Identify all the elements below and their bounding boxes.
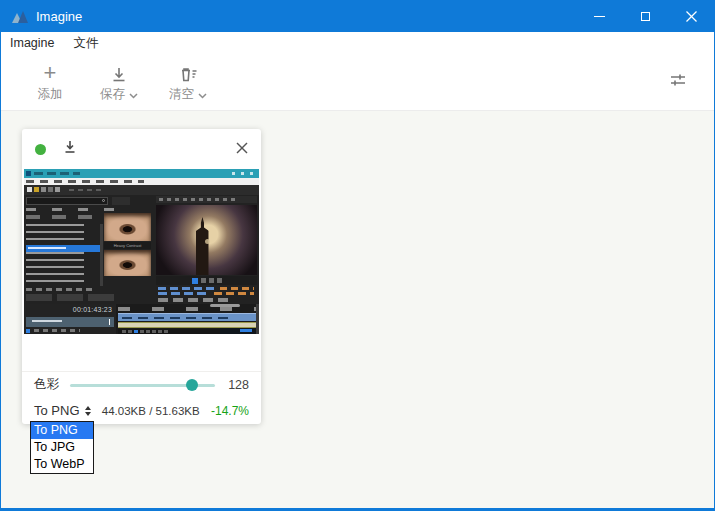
thumb-search-icon (102, 199, 105, 202)
thumb-pause-button (201, 278, 206, 283)
slider-value: 128 (223, 378, 249, 392)
download-icon (111, 61, 127, 83)
thumb-window-buttons (232, 172, 256, 175)
image-card: Heavy Contrast (22, 129, 261, 424)
slider-handle[interactable] (186, 379, 198, 391)
thumb-stop-button (209, 278, 214, 283)
file-sizes: 44.03KB / 51.63KB (91, 405, 211, 417)
thumb-toolbar-icons (69, 189, 103, 191)
add-button[interactable]: + 添加 (28, 61, 72, 103)
thumb-preset-caption: Heavy Contrast (104, 242, 151, 249)
minimize-button[interactable] (576, 1, 622, 32)
trash-icon (180, 61, 197, 83)
save-button[interactable]: 保存 (97, 61, 141, 103)
thumb-transport-button (158, 330, 162, 333)
thumb-menubar (24, 178, 259, 185)
thumb-toolbar-icon (34, 187, 39, 192)
card-footer: To PNG 44.03KB / 51.63KB -14.7% (22, 397, 261, 424)
thumb-selected-row (26, 245, 100, 252)
logo-triangle-dark (18, 11, 28, 23)
thumb-search-box (26, 197, 108, 205)
window-title: Imagine (36, 9, 82, 24)
format-option-webp[interactable]: To WebP (31, 456, 93, 473)
menu-imagine[interactable]: Imagine (10, 36, 54, 50)
clear-button[interactable]: 清空 (166, 61, 210, 103)
tune-icon (669, 71, 687, 89)
toolbar: + 添加 保存 清空 (1, 54, 714, 111)
thumb-toolbar-icon (55, 187, 60, 192)
thumb-rate-label (34, 329, 80, 332)
thumb-preview-toolbar (156, 196, 257, 203)
card-spacer (22, 334, 261, 371)
thumb-video-preview (156, 205, 257, 275)
thumb-track-header (26, 317, 114, 327)
color-slider[interactable] (70, 379, 215, 391)
format-option-jpg[interactable]: To JPG (31, 439, 93, 456)
thumb-toolbar-icon (48, 187, 53, 192)
window-controls (576, 1, 714, 32)
thumb-bottom-tabs (26, 294, 118, 301)
remove-image-button[interactable] (236, 140, 248, 158)
chevron-down-icon (198, 88, 207, 102)
thumb-clock-face (205, 239, 210, 244)
slider-label: 色彩 (34, 376, 62, 393)
thumb-timeline-scrollbar (256, 304, 259, 334)
thumb-track-fader (109, 319, 110, 325)
format-option-png[interactable]: To PNG (31, 422, 93, 439)
titlebar: Imagine (1, 1, 714, 32)
thumb-preview-tabs (158, 298, 230, 302)
thumb-timecode-panel: 00:01:43:23 (24, 304, 116, 334)
thumb-title-text (34, 172, 80, 175)
thumb-status-text-blue (158, 292, 210, 295)
minimize-icon (594, 16, 605, 17)
thumb-transport-button (122, 330, 126, 333)
format-dropdown: To PNG To JPG To WebP (30, 421, 94, 474)
download-icon (63, 140, 77, 154)
thumb-app-icon (26, 171, 31, 176)
thumb-toolbar-icon (41, 187, 46, 192)
app-window: Imagine Imagine 文件 + 添加 保存 (0, 0, 715, 511)
thumb-loop-button (217, 278, 222, 283)
thumb-content: Heavy Contrast (24, 195, 259, 304)
thumb-eye-preview-bottom (104, 250, 151, 276)
thumb-preview-toolbar-icons (159, 198, 239, 201)
thumb-menu-items (26, 180, 144, 183)
settings-button[interactable] (669, 71, 687, 93)
thumb-toolbar (24, 185, 259, 195)
save-image-button[interactable] (63, 140, 77, 158)
save-label: 保存 (100, 86, 125, 103)
thumb-status-text-blue (158, 287, 216, 290)
thumb-transport-button (164, 330, 168, 333)
format-selected: To PNG (34, 403, 80, 418)
thumb-timecode: 00:01:43:23 (73, 306, 112, 313)
close-button[interactable] (668, 1, 714, 32)
chevron-down-icon (129, 88, 138, 102)
close-icon (686, 11, 697, 22)
clear-label: 清空 (169, 86, 194, 103)
thumb-track-label (32, 320, 62, 322)
plus-icon: + (44, 61, 57, 83)
thumb-corner-pill (240, 329, 252, 332)
thumb-scrollbar (100, 224, 103, 286)
thumb-transport-button (140, 330, 144, 333)
menu-file[interactable]: 文件 (73, 35, 98, 52)
color-slider-row: 色彩 128 (22, 371, 261, 397)
thumb-video-clip (118, 313, 256, 321)
maximize-icon (641, 12, 650, 21)
main-area: Heavy Contrast (1, 111, 714, 508)
thumb-scroll-thumb (210, 304, 240, 307)
add-label: 添加 (38, 86, 63, 103)
maximize-button[interactable] (622, 1, 668, 32)
menubar: Imagine 文件 (1, 32, 714, 54)
savings-percent: -14.7% (211, 404, 249, 418)
format-select[interactable]: To PNG (34, 403, 91, 418)
thumb-transport-button (146, 330, 150, 333)
thumb-status-text-orange (214, 292, 254, 295)
thumb-time-ruler (118, 307, 256, 311)
thumb-track-play-icon (26, 329, 30, 333)
thumb-search-side (112, 197, 130, 205)
thumb-timeline: 00:01:43:23 (24, 304, 259, 334)
image-thumbnail[interactable]: Heavy Contrast (24, 169, 259, 334)
thumb-titlebar (24, 169, 259, 178)
thumb-transport-play (134, 330, 138, 333)
